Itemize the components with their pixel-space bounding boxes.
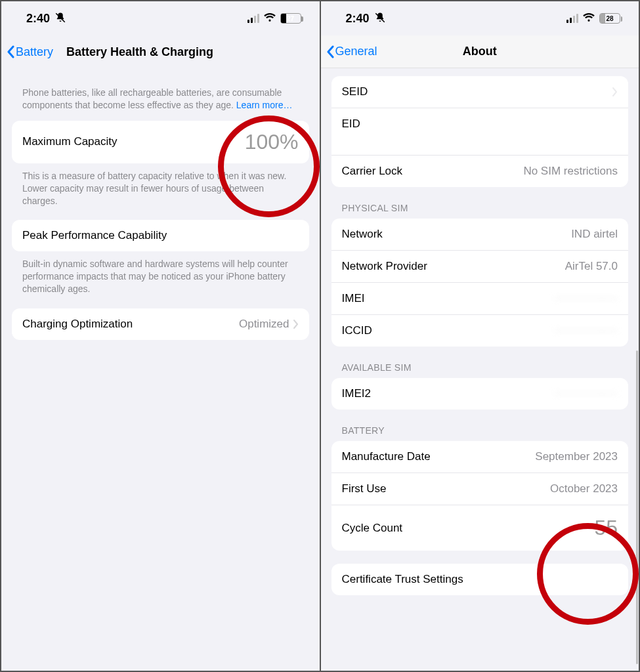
iccid-value: ────────: [555, 324, 618, 337]
nav-bar: General About: [321, 35, 639, 68]
carrier-lock-label: Carrier Lock: [342, 165, 403, 178]
iccid-label: ICCID: [342, 324, 372, 337]
cellular-signal-icon: [247, 14, 259, 23]
peak-performance-label: Peak Performance Capability: [22, 229, 167, 242]
wifi-icon: [263, 12, 276, 25]
chevron-right-icon: [293, 320, 299, 329]
network-value: IND airtel: [571, 228, 618, 241]
first-use-label: First Use: [342, 482, 387, 495]
carrier-lock-value: No SIM restrictions: [523, 165, 618, 178]
scrollbar[interactable]: [636, 93, 638, 664]
imei2-label: IMEI2: [342, 387, 371, 400]
back-button[interactable]: Battery: [7, 45, 53, 59]
maximum-capacity-row: Maximum Capacity 100%: [12, 121, 309, 163]
manufacture-date-row: Manufacture Date September 2023: [331, 441, 629, 472]
battery-percent: 27: [281, 15, 301, 22]
cycle-count-label: Cycle Count: [342, 522, 403, 535]
chevron-left-icon: [326, 45, 334, 58]
network-row: Network IND airtel: [331, 219, 629, 250]
charging-optimization-row[interactable]: Charging Optimization Optimized: [12, 308, 309, 340]
seid-label: SEID: [342, 85, 368, 98]
status-time: 2:40: [26, 12, 50, 26]
certificate-trust-row[interactable]: Certificate Trust Settings: [331, 564, 629, 595]
eid-row: EID: [331, 108, 629, 155]
iccid-row: ICCID ────────: [331, 314, 629, 346]
battery-percent: 28: [600, 15, 620, 22]
first-use-value: October 2023: [550, 482, 618, 495]
status-time: 2:40: [346, 12, 370, 26]
learn-more-link[interactable]: Learn more…: [236, 100, 293, 110]
imei-label: IMEI: [342, 292, 365, 305]
nav-bar: Battery Battery Health & Charging: [1, 35, 320, 68]
silent-mode-icon: [54, 12, 66, 27]
status-bar: 2:40 28: [321, 1, 639, 35]
maximum-capacity-label: Maximum Capacity: [22, 135, 117, 148]
peak-performance-row[interactable]: Peak Performance Capability: [12, 220, 309, 251]
back-label: Battery: [16, 45, 53, 59]
maximum-capacity-note: This is a measure of battery capacity re…: [12, 163, 309, 220]
cycle-count-value: 55: [594, 516, 618, 540]
first-use-row: First Use October 2023: [331, 472, 629, 505]
peak-performance-note: Built-in dynamic software and hardware s…: [12, 251, 309, 308]
carrier-lock-row: Carrier Lock No SIM restrictions: [331, 155, 629, 187]
back-label: General: [335, 45, 377, 58]
network-label: Network: [342, 228, 383, 241]
silent-mode-icon: [374, 12, 386, 27]
page-title: About: [463, 45, 497, 58]
chevron-left-icon: [7, 45, 14, 58]
charging-optimization-label: Charging Optimization: [22, 318, 133, 331]
seid-row[interactable]: SEID: [331, 76, 629, 108]
cellular-signal-icon: [566, 14, 578, 23]
imei-value: ────────: [555, 292, 618, 305]
section-header-battery: BATTERY: [331, 410, 629, 441]
battery-icon: 27: [280, 13, 301, 24]
section-header-available-sim: AVAILABLE SIM: [331, 346, 629, 378]
page-title: Battery Health & Charging: [66, 45, 213, 59]
wifi-icon: [582, 12, 595, 25]
maximum-capacity-value: 100%: [245, 130, 299, 154]
manufacture-date-label: Manufacture Date: [342, 450, 431, 463]
cycle-count-row: Cycle Count 55: [331, 505, 629, 551]
network-provider-value: AirTel 57.0: [565, 260, 618, 273]
network-provider-label: Network Provider: [342, 260, 427, 273]
chevron-right-icon: [612, 87, 618, 96]
network-provider-row: Network Provider AirTel 57.0: [331, 250, 629, 282]
status-bar: 2:40 27: [1, 1, 320, 35]
manufacture-date-value: September 2023: [535, 450, 618, 463]
charging-optimization-value: Optimized: [239, 318, 299, 331]
imei2-value: ────────: [555, 387, 618, 400]
section-header-physical-sim: PHYSICAL SIM: [331, 187, 629, 219]
imei2-row: IMEI2 ────────: [331, 378, 629, 410]
certificate-trust-label: Certificate Trust Settings: [342, 573, 463, 586]
intro-note: Phone batteries, like all rechargeable b…: [12, 68, 309, 121]
eid-label: EID: [342, 117, 360, 131]
battery-icon: 28: [599, 13, 620, 24]
imei-row: IMEI ────────: [331, 282, 629, 314]
back-button[interactable]: General: [326, 45, 377, 58]
